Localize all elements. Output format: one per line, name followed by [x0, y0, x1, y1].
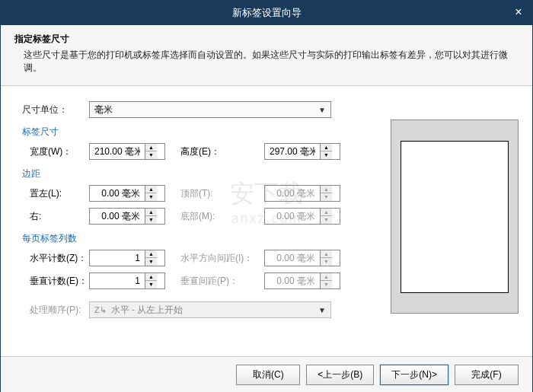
right-stepper[interactable]: ▲▼ — [89, 208, 165, 225]
spin-up-icon[interactable]: ▲ — [321, 144, 332, 151]
left-input[interactable] — [90, 188, 145, 199]
hcount-stepper[interactable]: ▲▼ — [89, 250, 165, 266]
order-label: 处理顺序(P): — [22, 304, 89, 317]
order-select: Z↳水平 - 从左上开始 ▼ — [89, 301, 331, 318]
spin-up-icon[interactable]: ▲ — [145, 144, 157, 151]
spin-down-icon[interactable]: ▼ — [145, 281, 157, 288]
spin-up-icon[interactable]: ▲ — [145, 273, 157, 281]
header-description: 这些尺寸是基于您的打印机或标签库选择而自动设置的。如果这些尺寸与实际的打印输出标… — [14, 49, 519, 75]
vcount-stepper[interactable]: ▲▼ — [89, 272, 165, 289]
spin-down-icon: ▼ — [321, 281, 332, 288]
vcount-label: 垂直计数(E)： — [22, 275, 89, 288]
unit-label: 尺寸单位： — [22, 104, 89, 116]
group-margin: 边距 — [22, 167, 375, 180]
unit-select[interactable]: 毫米 ▼ — [89, 101, 331, 118]
dialog-title: 新标签设置向导 — [232, 6, 302, 20]
back-button[interactable]: <上一步(B) — [306, 365, 374, 385]
group-perpage: 每页标签列数 — [22, 232, 375, 245]
vgap-input — [265, 276, 320, 286]
vgap-stepper: ▲▼ — [264, 272, 340, 289]
vgap-label: 垂直间距(P)： — [180, 275, 264, 288]
chevron-down-icon: ▼ — [318, 306, 326, 314]
height-label: 高度(E)： — [180, 145, 264, 158]
height-input[interactable] — [265, 146, 320, 157]
bottom-stepper: ▲▼ — [264, 208, 340, 225]
height-stepper[interactable]: ▲▼ — [264, 143, 340, 160]
width-input[interactable] — [90, 146, 145, 157]
hcount-label: 水平计数(Z)： — [22, 252, 89, 265]
dialog-window: 新标签设置向导 × 安下载 anxz.com 指定标签尺寸 这些尺寸是基于您的打… — [0, 0, 533, 392]
spin-up-icon[interactable]: ▲ — [145, 209, 157, 216]
top-label: 顶部(T): — [180, 187, 264, 200]
hcount-input[interactable] — [90, 253, 145, 263]
close-icon[interactable]: × — [511, 5, 526, 20]
hgap-stepper: ▲▼ — [264, 250, 340, 266]
header-section: 指定标签尺寸 这些尺寸是基于您的打印机或标签库选择而自动设置的。如果这些尺寸与实… — [1, 25, 532, 86]
titlebar: 新标签设置向导 × — [1, 1, 532, 25]
header-title: 指定标签尺寸 — [14, 33, 519, 46]
left-label: 置左(L): — [22, 187, 89, 200]
spin-down-icon[interactable]: ▼ — [145, 193, 157, 201]
hgap-label: 水平方向间距(I)： — [180, 252, 264, 265]
spin-down-icon: ▼ — [321, 193, 332, 201]
width-stepper[interactable]: ▲▼ — [89, 143, 165, 160]
right-input[interactable] — [90, 211, 145, 221]
spin-up-icon: ▲ — [321, 250, 332, 258]
top-stepper: ▲▼ — [264, 185, 340, 202]
preview-area — [391, 98, 519, 321]
bottom-label: 底部(M): — [180, 210, 264, 223]
group-size: 标签尺寸 — [22, 126, 375, 139]
spin-up-icon: ▲ — [321, 186, 332, 193]
order-icon: Z↳ — [94, 305, 107, 314]
preview-frame — [391, 120, 519, 314]
spin-up-icon: ▲ — [321, 209, 332, 216]
top-input — [265, 188, 320, 199]
right-label: 右: — [22, 210, 89, 223]
hgap-input — [265, 253, 320, 263]
cancel-button[interactable]: 取消(C) — [236, 365, 300, 385]
spin-down-icon[interactable]: ▼ — [145, 151, 157, 159]
spin-up-icon: ▲ — [321, 273, 332, 281]
spin-up-icon[interactable]: ▲ — [145, 250, 157, 258]
chevron-down-icon: ▼ — [318, 106, 326, 114]
width-label: 宽度(W)： — [22, 145, 89, 158]
bottom-input — [265, 211, 320, 221]
spin-down-icon: ▼ — [321, 258, 332, 266]
spin-down-icon[interactable]: ▼ — [145, 258, 157, 266]
vcount-input[interactable] — [90, 276, 145, 286]
form-area: 尺寸单位： 毫米 ▼ 标签尺寸 宽度(W)： ▲▼ 高度(E)： — [22, 98, 375, 321]
left-stepper[interactable]: ▲▼ — [89, 185, 165, 202]
next-button[interactable]: 下一步(N)> — [380, 365, 448, 385]
spin-down-icon[interactable]: ▼ — [145, 216, 157, 224]
finish-button[interactable]: 完成(F) — [455, 365, 519, 385]
spin-up-icon[interactable]: ▲ — [145, 186, 157, 193]
footer: 取消(C) <上一步(B) 下一步(N)> 完成(F) — [1, 356, 532, 392]
preview-page — [401, 141, 509, 293]
spin-down-icon[interactable]: ▼ — [321, 151, 332, 159]
spin-down-icon: ▼ — [321, 216, 332, 224]
